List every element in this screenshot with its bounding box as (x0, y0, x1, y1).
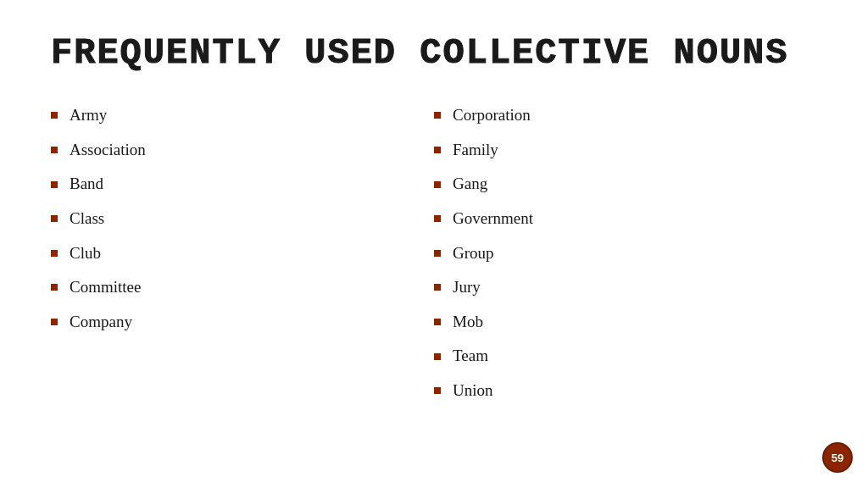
list-item: Corporation (434, 98, 817, 133)
list-item: Mob (434, 305, 817, 340)
slide: FREQUENTLY USED COLLECTIVE NOUNS ArmyAss… (0, 0, 868, 488)
list-item-text: Club (70, 242, 101, 265)
list-item: Team (434, 339, 817, 374)
bullet-icon (434, 353, 441, 360)
right-column: CorporationFamilyGangGovernmentGroupJury… (434, 98, 817, 408)
list-item: Club (51, 236, 434, 271)
slide-title: FREQUENTLY USED COLLECTIVE NOUNS (51, 34, 817, 73)
list-item-text: Government (453, 208, 533, 230)
list-item-text: Family (453, 139, 498, 162)
bullet-icon (51, 147, 58, 153)
list-item-text: Army (70, 104, 107, 127)
left-column: ArmyAssociationBandClassClubCommitteeCom… (51, 98, 434, 408)
bullet-icon (51, 181, 58, 188)
list-item: Union (434, 374, 817, 408)
list-item-text: Group (453, 242, 494, 265)
list-item: Group (434, 236, 817, 271)
list-item-text: Corporation (453, 104, 531, 127)
list-item-text: Company (70, 311, 132, 334)
content-area: ArmyAssociationBandClassClubCommitteeCom… (51, 98, 817, 408)
list-item-text: Association (70, 139, 146, 162)
list-item-text: Class (70, 208, 104, 230)
list-item: Government (434, 202, 817, 236)
bullet-icon (434, 112, 441, 119)
list-item: Band (51, 167, 434, 202)
list-item-text: Jury (453, 276, 481, 299)
list-item: Committee (51, 270, 434, 305)
bullet-icon (434, 181, 441, 188)
bullet-icon (51, 112, 58, 119)
bullet-icon (434, 387, 441, 394)
list-item-text: Mob (453, 311, 483, 334)
bullet-icon (51, 215, 58, 222)
bullet-icon (51, 250, 58, 257)
list-item: Army (51, 98, 434, 133)
list-item: Family (434, 133, 817, 168)
bullet-icon (434, 319, 441, 325)
slide-number: 59 (822, 442, 853, 473)
bullet-icon (434, 284, 441, 291)
list-item-text: Union (453, 380, 493, 402)
bullet-icon (51, 319, 58, 325)
list-item-text: Gang (453, 173, 487, 196)
list-item: Association (51, 133, 434, 168)
list-item: Company (51, 305, 434, 340)
list-item: Jury (434, 270, 817, 305)
bullet-icon (434, 215, 441, 222)
list-item: Gang (434, 167, 817, 202)
list-item-text: Committee (70, 276, 141, 299)
list-item-text: Band (70, 173, 103, 196)
bullet-icon (51, 284, 58, 291)
bullet-icon (434, 147, 441, 153)
bullet-icon (434, 250, 441, 257)
list-item: Class (51, 202, 434, 236)
list-item-text: Team (453, 345, 488, 368)
